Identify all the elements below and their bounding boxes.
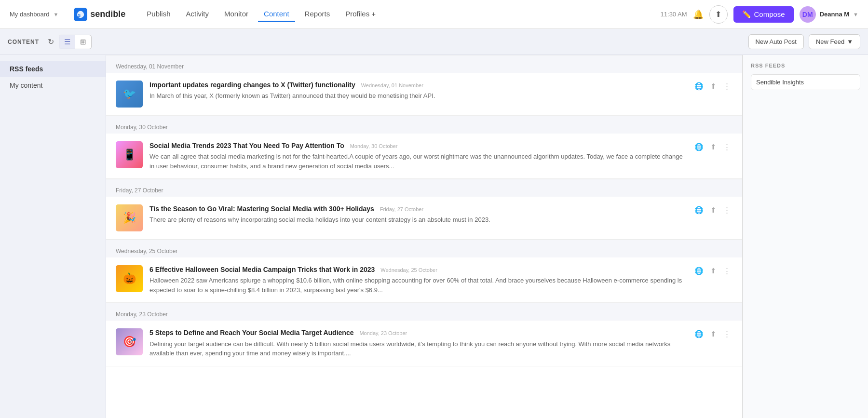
feed-actions-2: 🌐 ⬆ ⋮ xyxy=(692,141,732,153)
svg-text:S: S xyxy=(78,12,81,17)
feed-thumbnail-2: 📱 xyxy=(116,141,143,168)
date-group-1: Wednesday, 01 November xyxy=(106,55,742,73)
more-icon-1[interactable]: ⋮ xyxy=(721,81,732,92)
content-header: CONTENT ↻ ☰ ⊞ New Auto Post New Feed ▼ xyxy=(0,29,868,55)
more-icon-2[interactable]: ⋮ xyxy=(721,141,732,153)
share-icon-5[interactable]: ⬆ xyxy=(708,328,719,340)
logo-icon: S xyxy=(74,8,87,21)
grid-view-button[interactable]: ⊞ xyxy=(75,35,91,49)
refresh-button[interactable]: ↻ xyxy=(48,37,54,46)
list-view-button[interactable]: ☰ xyxy=(59,35,75,49)
user-chevron-icon: ▼ xyxy=(853,12,858,17)
feed-thumbnail-4: 🎃 xyxy=(116,265,143,292)
date-group-2: Monday, 30 October xyxy=(106,116,742,134)
right-panel: RSS FEEDS Sendible Insights xyxy=(743,55,868,418)
logo[interactable]: S sendible xyxy=(74,8,125,21)
feed-excerpt-4: Halloween 2022 saw Americans splurge a w… xyxy=(149,276,688,295)
user-menu[interactable]: DM Deanna M ▼ xyxy=(800,6,858,23)
feed-body-2: Social Media Trends 2023 That You Need T… xyxy=(149,141,688,171)
feed-thumbnail-3: 🎉 xyxy=(116,204,143,231)
feed-excerpt-3: There are plenty of reasons why incorpor… xyxy=(149,215,688,225)
feed-body-4: 6 Effective Halloween Social Media Campa… xyxy=(149,265,688,295)
globe-icon-3[interactable]: 🌐 xyxy=(692,204,705,216)
feed-item-1: 🐦 Important updates regarding changes to… xyxy=(106,73,742,116)
feed-title-5: 5 Steps to Define and Reach Your Social … xyxy=(149,328,688,337)
main-layout: RSS feeds My content Wednesday, 01 Novem… xyxy=(0,55,868,418)
feed-actions-4: 🌐 ⬆ ⋮ xyxy=(692,265,732,277)
feed-excerpt-2: We can all agree that social media marke… xyxy=(149,152,688,171)
topbar: My dashboard ▼ S sendible Publish Activi… xyxy=(0,0,868,29)
feed-item-5: 🎯 5 Steps to Define and Reach Your Socia… xyxy=(106,321,742,366)
user-details: Deanna M xyxy=(820,11,849,18)
globe-icon-1[interactable]: 🌐 xyxy=(692,81,705,92)
feed-title-4: 6 Effective Halloween Social Media Campa… xyxy=(149,265,688,274)
topbar-left: My dashboard ▼ S sendible Publish Activi… xyxy=(10,7,381,22)
date-group-5: Monday, 23 October xyxy=(106,303,742,321)
chevron-down-icon: ▼ xyxy=(53,12,58,17)
new-auto-post-button[interactable]: New Auto Post xyxy=(748,34,804,49)
current-time: 11:30 AM xyxy=(661,11,687,18)
date-group-4: Wednesday, 25 October xyxy=(106,240,742,257)
feed-body-3: Tis the Season to Go Viral: Mastering So… xyxy=(149,204,688,225)
share-icon-2[interactable]: ⬆ xyxy=(708,141,719,153)
upload-button[interactable]: ⬆ xyxy=(709,5,728,24)
new-feed-button[interactable]: New Feed ▼ xyxy=(809,34,860,49)
feed-excerpt-5: Defining your target audience can be dif… xyxy=(149,339,688,358)
nav-publish[interactable]: Publish xyxy=(141,7,176,22)
share-icon-4[interactable]: ⬆ xyxy=(708,265,719,277)
more-icon-3[interactable]: ⋮ xyxy=(721,204,732,216)
brand-name: sendible xyxy=(90,9,125,19)
feed-excerpt-1: In March of this year, X (formerly known… xyxy=(149,91,688,101)
feed-actions-1: 🌐 ⬆ ⋮ xyxy=(692,81,732,92)
view-toggle: ☰ ⊞ xyxy=(59,35,92,49)
feed-body-1: Important updates regarding changes to X… xyxy=(149,81,688,101)
feed-thumbnail-1: 🐦 xyxy=(116,81,143,108)
share-icon-1[interactable]: ⬆ xyxy=(708,81,719,92)
feed-thumbnail-5: 🎯 xyxy=(116,328,143,355)
feed-content: Wednesday, 01 November 🐦 Important updat… xyxy=(106,55,743,418)
feed-actions-5: 🌐 ⬆ ⋮ xyxy=(692,328,732,340)
feed-item-4: 🎃 6 Effective Halloween Social Media Cam… xyxy=(106,257,742,303)
feed-title-1: Important updates regarding changes to X… xyxy=(149,81,688,89)
compose-button[interactable]: ✏️ Compose xyxy=(733,6,794,23)
feed-item-2: 📱 Social Media Trends 2023 That You Need… xyxy=(106,134,742,179)
dashboard-label: My dashboard xyxy=(10,11,49,18)
globe-icon-2[interactable]: 🌐 xyxy=(692,141,705,153)
feed-title-2: Social Media Trends 2023 That You Need T… xyxy=(149,141,688,150)
sidebar: RSS feeds My content xyxy=(0,55,106,418)
feed-title-3: Tis the Season to Go Viral: Mastering So… xyxy=(149,204,688,213)
date-group-3: Friday, 27 October xyxy=(106,179,742,197)
nav-reports[interactable]: Reports xyxy=(299,7,336,22)
dashboard-selector[interactable]: My dashboard ▼ xyxy=(10,11,58,18)
sendible-insights-feed[interactable]: Sendible Insights xyxy=(751,74,860,90)
feed-actions-3: 🌐 ⬆ ⋮ xyxy=(692,204,732,216)
notifications-button[interactable]: 🔔 xyxy=(693,9,704,20)
header-actions: New Auto Post New Feed ▼ xyxy=(748,34,860,49)
feed-item-3: 🎉 Tis the Season to Go Viral: Mastering … xyxy=(106,197,742,240)
avatar: DM xyxy=(800,6,816,23)
rss-feeds-panel-title: RSS FEEDS xyxy=(751,63,860,68)
nav-activity[interactable]: Activity xyxy=(180,7,215,22)
feed-body-5: 5 Steps to Define and Reach Your Social … xyxy=(149,328,688,358)
globe-icon-4[interactable]: 🌐 xyxy=(692,265,705,277)
globe-icon-5[interactable]: 🌐 xyxy=(692,328,705,340)
sidebar-item-my-content[interactable]: My content xyxy=(0,77,106,94)
section-label: CONTENT xyxy=(8,39,39,45)
user-name: Deanna M xyxy=(820,11,849,18)
nav-profiles[interactable]: Profiles + xyxy=(339,7,381,22)
main-nav: Publish Activity Monitor Content Reports… xyxy=(141,7,381,22)
more-icon-4[interactable]: ⋮ xyxy=(721,265,732,277)
nav-content[interactable]: Content xyxy=(258,7,295,22)
topbar-right: 11:30 AM 🔔 ⬆ ✏️ Compose DM Deanna M ▼ xyxy=(661,5,858,24)
more-icon-5[interactable]: ⋮ xyxy=(721,328,732,340)
nav-monitor[interactable]: Monitor xyxy=(218,7,254,22)
chevron-down-icon: ▼ xyxy=(847,38,853,45)
share-icon-3[interactable]: ⬆ xyxy=(708,204,719,216)
sidebar-item-rss-feeds[interactable]: RSS feeds xyxy=(0,61,106,77)
compose-pencil-icon: ✏️ xyxy=(742,10,751,19)
